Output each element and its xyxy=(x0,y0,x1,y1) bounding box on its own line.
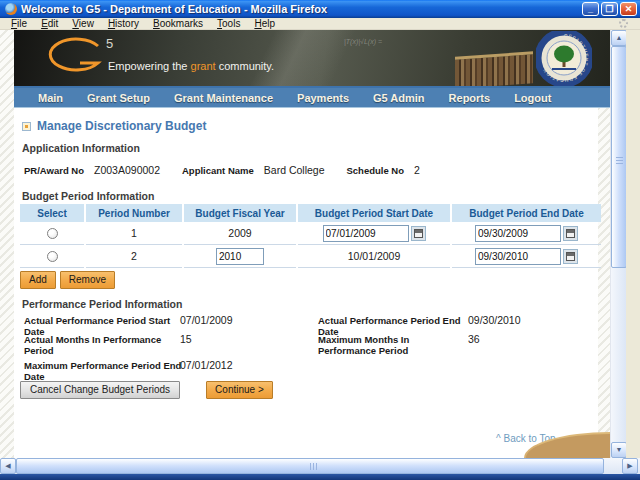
menu-edit[interactable]: Edit xyxy=(34,18,65,30)
nav-reports[interactable]: Reports xyxy=(437,92,503,104)
end-date-1-input[interactable] xyxy=(475,225,561,242)
bookshelf-photo xyxy=(455,51,533,86)
firefox-icon xyxy=(5,3,17,15)
g5-logo-5: 5 xyxy=(106,36,113,51)
nav-main[interactable]: Main xyxy=(26,92,75,104)
end-date-2-input[interactable] xyxy=(475,248,561,265)
application-info-row: PR/Award No Z003A090002 Applicant Name B… xyxy=(24,164,442,176)
nav-payments[interactable]: Payments xyxy=(285,92,361,104)
chalkboard-formula: |T(x)|√L(x) = xyxy=(344,38,382,45)
g5-logo-icon xyxy=(44,34,108,76)
actual-start-value: 07/01/2009 xyxy=(180,314,233,326)
select-period-1-radio[interactable] xyxy=(47,228,58,239)
continue-button[interactable]: Continue > xyxy=(206,381,273,399)
window-edge xyxy=(626,30,640,458)
pr-award-label: PR/Award No xyxy=(24,165,84,176)
status-bar xyxy=(0,474,640,480)
budget-period-table: Select Period Number Budget Fiscal Year … xyxy=(20,204,601,268)
scroll-left-arrow[interactable]: ◀ xyxy=(0,458,16,474)
menu-help[interactable]: Help xyxy=(247,18,282,30)
max-months-label: Maximum Months In Performance Period xyxy=(318,334,458,356)
actual-months-label: Actual Months In Performance Period xyxy=(24,334,176,356)
nav-logout[interactable]: Logout xyxy=(502,92,563,104)
horizontal-scrollbar[interactable]: ◀ ▶ xyxy=(0,458,640,474)
close-button[interactable]: ✕ xyxy=(620,2,637,16)
nav-grant-maintenance[interactable]: Grant Maintenance xyxy=(162,92,285,104)
calendar-icon[interactable] xyxy=(411,226,426,241)
menu-bar: File Edit View History Bookmarks Tools H… xyxy=(0,18,640,30)
scroll-down-arrow[interactable]: ▼ xyxy=(611,442,627,458)
cancel-change-budget-periods-button[interactable]: Cancel Change Budget Periods xyxy=(20,381,180,399)
menu-file[interactable]: File xyxy=(4,18,34,30)
main-navigation: Main Grant Setup Grant Maintenance Payme… xyxy=(14,88,610,108)
minimize-button[interactable]: _ xyxy=(582,2,599,16)
window-title: Welcome to G5 - Department of Education … xyxy=(21,3,582,15)
nav-g5-admin[interactable]: G5 Admin xyxy=(361,92,437,104)
nav-grant-setup[interactable]: Grant Setup xyxy=(75,92,162,104)
application-info-heading: Application Information xyxy=(22,142,140,154)
fiscal-year-1: 2009 xyxy=(184,222,296,245)
period-number-1: 1 xyxy=(86,222,182,245)
scroll-right-arrow[interactable]: ▶ xyxy=(622,458,638,474)
banner-tagline: Empowering the grant community. xyxy=(108,60,274,72)
menu-bookmarks[interactable]: Bookmarks xyxy=(146,18,210,30)
col-select: Select xyxy=(20,204,84,222)
table-row: 2 10/01/2009 xyxy=(20,245,601,268)
throbber-icon xyxy=(619,19,628,28)
horizontal-scroll-thumb[interactable] xyxy=(16,458,604,474)
scroll-up-arrow[interactable]: ▲ xyxy=(611,30,627,46)
maximize-button[interactable]: ❐ xyxy=(601,2,618,16)
fiscal-year-2-input[interactable] xyxy=(216,248,264,265)
vertical-scroll-thumb[interactable] xyxy=(611,46,627,268)
max-months-value: 36 xyxy=(468,333,480,345)
table-header-row: Select Period Number Budget Fiscal Year … xyxy=(20,204,601,222)
select-period-2-radio[interactable] xyxy=(47,251,58,262)
add-button[interactable]: Add xyxy=(20,271,56,289)
col-end-date: Budget Period End Date xyxy=(452,204,601,222)
page-viewport: 5 |T(x)|√L(x) = Empowering the grant com… xyxy=(0,30,610,458)
menu-tools[interactable]: Tools xyxy=(210,18,247,30)
col-fiscal-year: Budget Fiscal Year xyxy=(184,204,296,222)
window-titlebar: Welcome to G5 - Department of Education … xyxy=(0,0,640,18)
performance-period-heading: Performance Period Information xyxy=(22,298,182,310)
max-end-date-label: Maximum Performance Period End Date xyxy=(24,360,184,382)
budget-period-heading: Budget Period Information xyxy=(22,190,154,202)
calendar-icon[interactable] xyxy=(563,249,578,264)
actual-end-value: 09/30/2010 xyxy=(468,314,521,326)
calendar-icon[interactable] xyxy=(563,226,578,241)
applicant-name-value: Bard College xyxy=(264,164,325,176)
col-period-number: Period Number xyxy=(86,204,182,222)
actual-months-value: 15 xyxy=(180,333,192,345)
col-start-date: Budget Period Start Date xyxy=(298,204,450,222)
g5-banner: 5 |T(x)|√L(x) = Empowering the grant com… xyxy=(14,30,610,86)
page-content: Manage Discretionary Budget Application … xyxy=(14,108,598,458)
browser-window: Welcome to G5 - Department of Education … xyxy=(0,0,640,480)
start-date-2: 10/01/2009 xyxy=(298,245,450,268)
start-date-1-input[interactable] xyxy=(323,225,409,242)
page-title-bullet-icon xyxy=(22,122,31,131)
period-number-2: 2 xyxy=(86,245,182,268)
menu-view[interactable]: View xyxy=(65,18,101,30)
page-title: Manage Discretionary Budget xyxy=(37,119,206,133)
schedule-no-value: 2 xyxy=(414,164,420,176)
vertical-scrollbar[interactable]: ▲ ▼ xyxy=(610,30,626,458)
menu-history[interactable]: History xyxy=(101,18,146,30)
table-row: 1 2009 xyxy=(20,222,601,245)
remove-button[interactable]: Remove xyxy=(60,271,115,289)
max-end-date-value: 07/01/2012 xyxy=(180,359,233,371)
pr-award-value: Z003A090002 xyxy=(94,164,160,176)
education-seal-icon: DEPARTMENT OF EDUCATION xyxy=(536,31,592,86)
schedule-no-label: Schedule No xyxy=(347,165,405,176)
applicant-name-label: Applicant Name xyxy=(182,165,254,176)
